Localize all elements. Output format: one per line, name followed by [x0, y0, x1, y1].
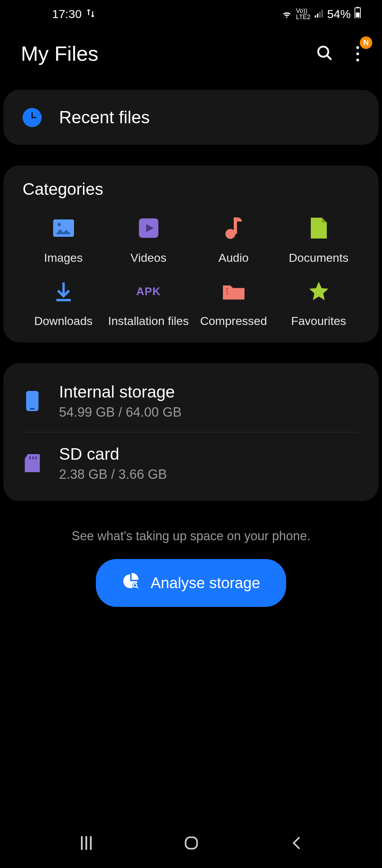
compressed-icon [222, 279, 246, 303]
data-transfer-icon [86, 7, 96, 21]
category-documents[interactable]: Documents [278, 216, 359, 265]
recents-icon [81, 836, 92, 850]
images-icon [51, 216, 76, 240]
categories-card: Categories Images Videos [3, 166, 379, 342]
analyze-section: See what's taking up space on your phone… [0, 522, 382, 649]
analyze-storage-button[interactable]: Analyse storage [96, 559, 286, 607]
app-header: My Files N [0, 28, 382, 86]
vertical-dots-icon [356, 46, 359, 61]
apk-icon: APK [136, 279, 161, 303]
svg-point-18 [226, 293, 228, 295]
storage-name: SD card [59, 444, 167, 464]
back-icon [291, 835, 301, 851]
search-button[interactable] [316, 44, 333, 63]
category-label: Documents [289, 250, 349, 265]
category-favourites[interactable]: Favourites [278, 279, 359, 328]
storage-name: Internal storage [59, 382, 182, 401]
svg-point-16 [226, 288, 228, 290]
recent-files-row[interactable]: Recent files [3, 90, 379, 145]
svg-point-7 [318, 47, 328, 57]
search-icon [316, 44, 333, 62]
category-label: Audio [218, 250, 249, 265]
nav-home-button[interactable] [184, 835, 199, 851]
category-label: Compressed [200, 313, 267, 328]
category-images[interactable]: Images [23, 216, 104, 265]
navigation-bar [0, 821, 382, 868]
status-bar: 17:30 Vo))LTE2 54% [0, 0, 382, 28]
downloads-icon [51, 279, 76, 303]
home-icon [184, 835, 199, 851]
videos-icon [136, 216, 161, 240]
category-installation-files[interactable]: APK Installation files [108, 279, 189, 328]
analyze-hint: See what's taking up space on your phone… [14, 529, 368, 543]
category-audio[interactable]: Audio [193, 216, 274, 265]
category-label: Installation files [108, 313, 189, 328]
svg-rect-3 [322, 10, 323, 17]
favourites-icon [307, 279, 331, 303]
category-downloads[interactable]: Downloads [23, 279, 104, 328]
internal-storage-row[interactable]: Internal storage 54.99 GB / 64.00 GB [23, 370, 359, 432]
sd-card-icon [23, 454, 42, 472]
nav-recents-button[interactable] [81, 836, 92, 850]
wifi-icon [281, 7, 292, 21]
svg-rect-13 [234, 217, 237, 234]
category-label: Videos [131, 250, 166, 265]
sd-card-row[interactable]: SD card 2.38 GB / 3.66 GB [23, 432, 359, 494]
svg-rect-21 [29, 457, 31, 460]
page-title: My Files [21, 42, 98, 66]
audio-icon [222, 216, 246, 240]
network-label: Vo))LTE2 [296, 8, 310, 20]
svg-rect-0 [315, 15, 316, 18]
svg-line-8 [327, 55, 331, 60]
documents-icon [307, 216, 331, 240]
phone-icon [23, 391, 42, 411]
battery-icon [354, 7, 361, 21]
svg-rect-6 [356, 12, 360, 17]
categories-title: Categories [23, 180, 359, 199]
pie-chart-icon [122, 573, 139, 593]
svg-rect-2 [319, 11, 321, 17]
category-label: Favourites [291, 313, 346, 328]
category-label: Images [44, 250, 83, 265]
category-compressed[interactable]: Compressed [193, 279, 274, 328]
battery-text: 54% [327, 7, 351, 21]
clock-icon [23, 108, 42, 127]
notification-badge: N [360, 36, 372, 49]
svg-rect-22 [32, 457, 34, 460]
storage-card: Internal storage 54.99 GB / 64.00 GB SD … [3, 363, 379, 501]
svg-rect-20 [30, 408, 34, 409]
svg-line-26 [136, 587, 138, 588]
svg-point-17 [226, 291, 228, 292]
category-videos[interactable]: Videos [108, 216, 189, 265]
storage-size: 2.38 GB / 3.66 GB [59, 467, 167, 482]
nav-back-button[interactable] [291, 835, 301, 851]
svg-rect-1 [317, 14, 318, 18]
storage-size: 54.99 GB / 64.00 GB [59, 405, 182, 420]
svg-point-10 [57, 223, 61, 226]
status-time: 17:30 [52, 7, 82, 21]
category-label: Downloads [34, 313, 92, 328]
more-options-button[interactable]: N [351, 46, 365, 61]
analyze-button-label: Analyse storage [151, 574, 260, 592]
recent-files-label: Recent files [59, 107, 150, 127]
svg-rect-27 [185, 837, 197, 849]
svg-rect-23 [35, 457, 36, 460]
signal-icon [314, 7, 324, 21]
